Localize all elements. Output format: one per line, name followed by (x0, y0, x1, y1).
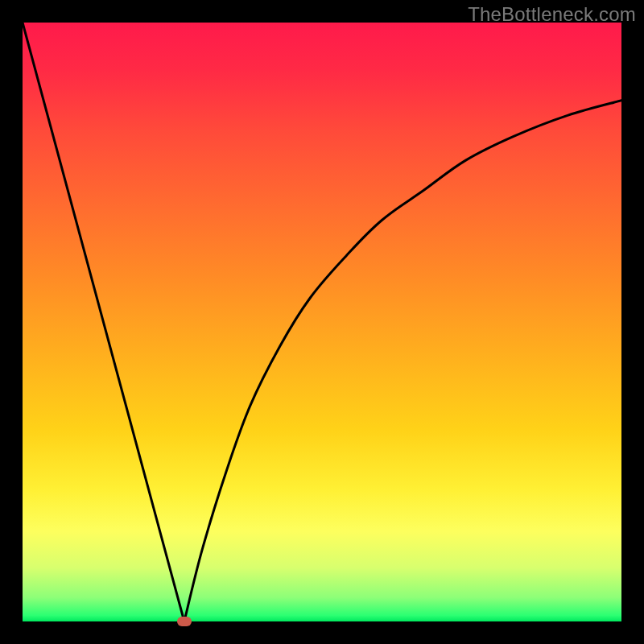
curve-right (184, 101, 621, 621)
curve-left (23, 23, 184, 621)
curve-svg (23, 23, 621, 621)
chart-frame: TheBottleneck.com (0, 0, 644, 644)
plot-area (23, 23, 621, 621)
minimum-marker (177, 617, 192, 626)
